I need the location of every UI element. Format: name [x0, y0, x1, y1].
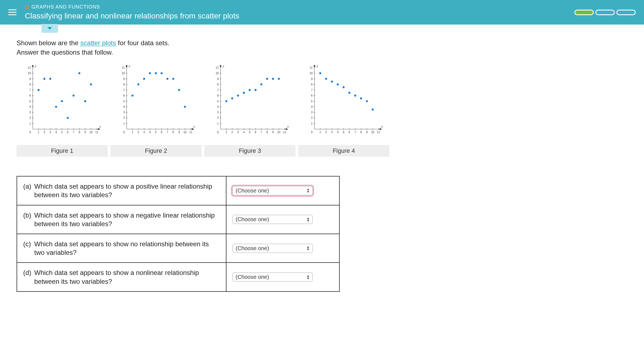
svg-point-113	[131, 95, 133, 97]
svg-point-178	[249, 89, 250, 91]
svg-text:10: 10	[122, 72, 125, 75]
svg-point-174	[225, 100, 227, 102]
progress-segment-2	[595, 10, 615, 15]
svg-point-115	[143, 78, 145, 80]
svg-text:1: 1	[38, 131, 39, 134]
svg-point-57	[67, 117, 68, 119]
svg-text:y: y	[35, 65, 37, 68]
svg-text:4: 4	[311, 105, 313, 108]
svg-point-235	[319, 72, 321, 74]
answer-select-a[interactable]: (Choose one)▲▼	[233, 186, 313, 195]
svg-text:3: 3	[123, 111, 125, 114]
answer-select-c[interactable]: (Choose one)▲▼	[233, 244, 313, 253]
svg-text:6: 6	[161, 131, 162, 134]
figure-2: 112233445566778899101011110xyFigure 2	[110, 65, 202, 157]
svg-text:x: x	[381, 125, 383, 128]
svg-text:x: x	[99, 125, 101, 128]
svg-text:11: 11	[283, 131, 286, 134]
svg-point-60	[84, 100, 86, 102]
scatter-plot-3: 112233445566778899101011110xy	[213, 65, 290, 137]
question-text: (d)Which data set appears to show a nonl…	[17, 263, 226, 291]
svg-text:8: 8	[311, 83, 313, 86]
svg-point-55	[55, 106, 57, 108]
svg-text:7: 7	[311, 89, 313, 92]
svg-point-179	[254, 89, 256, 91]
svg-text:6: 6	[311, 94, 313, 97]
svg-point-121	[178, 89, 180, 91]
scatter-plot-2: 112233445566778899101011110xy	[119, 65, 196, 137]
svg-text:8: 8	[79, 131, 80, 134]
svg-text:11: 11	[189, 131, 192, 134]
svg-point-114	[137, 84, 139, 85]
svg-text:3: 3	[237, 131, 239, 134]
svg-point-181	[266, 78, 268, 80]
svg-text:11: 11	[122, 66, 125, 69]
svg-point-237	[331, 81, 333, 82]
svg-text:7: 7	[123, 89, 125, 92]
section-dropdown-toggle[interactable]	[41, 24, 58, 33]
question-row-c: (c)Which data set appears to show no rel…	[17, 234, 339, 263]
svg-text:11: 11	[216, 66, 219, 69]
svg-text:7: 7	[167, 131, 168, 134]
svg-text:9: 9	[29, 77, 31, 81]
svg-text:9: 9	[272, 131, 274, 134]
figure-3: 112233445566778899101011110xyFigure 3	[204, 65, 295, 157]
menu-icon[interactable]	[8, 8, 17, 17]
svg-text:11: 11	[28, 66, 31, 69]
instr-pre: Shown below are the	[17, 39, 80, 47]
svg-text:10: 10	[371, 131, 374, 134]
svg-marker-124	[286, 128, 288, 130]
scatter-plots-link[interactable]: scatter plots	[80, 39, 116, 47]
svg-text:11: 11	[310, 66, 313, 69]
page-title: Classifying linear and nonlinear relatio…	[25, 12, 239, 20]
category-label: GRAPHS AND FUNCTIONS	[25, 4, 239, 10]
svg-text:8: 8	[123, 83, 125, 86]
progress-bar	[574, 10, 636, 15]
figure-label-3: Figure 3	[204, 145, 295, 157]
svg-text:8: 8	[29, 83, 31, 86]
svg-text:2: 2	[138, 131, 139, 134]
svg-text:3: 3	[49, 131, 51, 134]
svg-text:0: 0	[123, 131, 125, 134]
svg-text:6: 6	[349, 131, 350, 134]
svg-text:10: 10	[277, 131, 281, 134]
category-dot-icon	[25, 5, 29, 9]
svg-text:10: 10	[310, 72, 313, 75]
svg-text:5: 5	[29, 100, 31, 103]
header-text: GRAPHS AND FUNCTIONS Classifying linear …	[25, 4, 239, 20]
svg-point-180	[260, 84, 262, 85]
svg-text:9: 9	[366, 131, 368, 134]
answer-select-b[interactable]: (Choose one)▲▼	[233, 215, 313, 224]
answer-select-d[interactable]: (Choose one)▲▼	[233, 272, 313, 282]
svg-marker-185	[379, 128, 382, 130]
svg-text:3: 3	[29, 111, 31, 114]
svg-point-116	[149, 72, 151, 74]
figure-1: 112233445566778899101011110xyFigure 1	[17, 65, 108, 157]
svg-point-118	[160, 72, 162, 74]
category-text: GRAPHS AND FUNCTIONS	[31, 4, 100, 10]
svg-text:8: 8	[217, 83, 219, 86]
svg-marker-4	[32, 65, 34, 67]
svg-text:4: 4	[29, 105, 31, 108]
svg-point-119	[167, 78, 168, 80]
svg-text:11: 11	[377, 131, 380, 134]
svg-point-241	[354, 95, 356, 97]
svg-text:5: 5	[343, 131, 344, 134]
svg-text:1: 1	[123, 122, 125, 125]
svg-point-53	[43, 78, 45, 80]
svg-point-243	[366, 100, 368, 102]
svg-text:1: 1	[217, 122, 219, 125]
svg-text:5: 5	[311, 100, 313, 103]
svg-text:6: 6	[67, 131, 68, 134]
svg-point-239	[342, 86, 344, 88]
question-table: (a)Which data set appears to show a posi…	[17, 176, 340, 292]
svg-point-238	[337, 84, 339, 85]
svg-text:1: 1	[132, 131, 133, 134]
svg-text:7: 7	[217, 89, 219, 92]
svg-text:5: 5	[123, 100, 125, 103]
svg-point-59	[78, 72, 80, 74]
svg-point-182	[272, 78, 274, 80]
svg-point-58	[73, 95, 75, 97]
svg-point-120	[172, 78, 174, 80]
scatter-plot-4: 112233445566778899101011110xy	[307, 65, 384, 137]
